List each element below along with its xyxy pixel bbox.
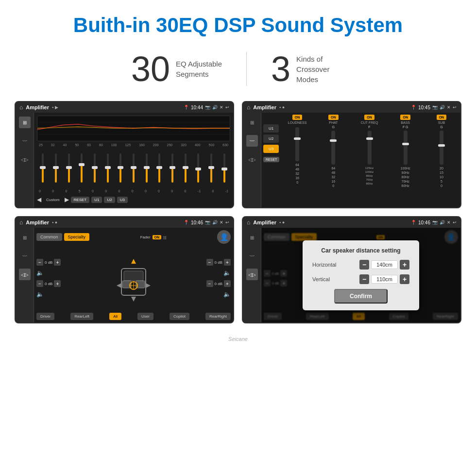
home-icon-4[interactable]: ⌂ — [247, 219, 250, 226]
band-phat-slider[interactable] — [331, 131, 335, 165]
eq-slider-3[interactable] — [76, 149, 88, 187]
eq-slider-7[interactable] — [128, 149, 140, 187]
wave-icon-2[interactable]: 〰 — [246, 135, 258, 147]
user-btn-3[interactable]: User — [137, 313, 153, 320]
eq-icon-1[interactable]: ⊞ — [19, 117, 31, 128]
bottom-left-plus[interactable]: + — [54, 280, 61, 287]
speaker-icon-2[interactable]: ◁▷ — [246, 153, 258, 165]
eq-slider-13[interactable] — [205, 149, 218, 187]
band-loudness-slider[interactable] — [295, 127, 299, 161]
horizontal-plus-btn[interactable]: + — [400, 260, 409, 270]
tab-specialty-3[interactable]: Specialty — [64, 233, 90, 241]
play-icon-1[interactable]: ▪ ▶ — [52, 105, 58, 110]
eq-slider-6[interactable] — [115, 149, 127, 187]
wave-icon-3[interactable]: 〰 — [19, 250, 31, 262]
eq-slider-0[interactable] — [37, 149, 49, 187]
status-bar-2: ⌂ Amplifier ▪ ● 📍 10:45 📷 🔊 ✕ ↩ — [243, 102, 460, 113]
eq-icon-3[interactable]: ⊞ — [19, 232, 31, 243]
eq-slider-4[interactable] — [89, 149, 101, 187]
preset-u1[interactable]: U1 — [263, 124, 279, 133]
eq-u1-btn[interactable]: U1 — [91, 197, 102, 203]
vertical-plus-btn[interactable]: + — [400, 274, 409, 284]
band-sub-slider[interactable] — [440, 131, 443, 165]
top-right-plus[interactable]: + — [224, 259, 231, 266]
close-icon-1[interactable]: ✕ — [220, 105, 223, 110]
back-icon-3[interactable]: ↩ — [225, 220, 229, 225]
rear-right-btn-3[interactable]: RearRight — [205, 313, 231, 320]
band-sub-toggle[interactable]: ON — [437, 115, 447, 120]
screen-distance: ⌂ Amplifier ▪ ● 📍 10:46 📷 🔊 ✕ ↩ ⊞ 〰 ◁▷ — [242, 216, 461, 323]
screen-content-4: ⊞ 〰 ◁▷ Common Specialty ON 👤 — [243, 228, 460, 322]
eq-reset-btn[interactable]: RESET — [71, 197, 90, 203]
location-icon-1: 📍 — [184, 105, 189, 110]
close-icon-3[interactable]: ✕ — [220, 220, 223, 225]
preset-u3[interactable]: U3 — [263, 145, 279, 153]
close-icon-2[interactable]: ✕ — [447, 105, 451, 110]
eq-slider-14[interactable] — [218, 149, 230, 187]
top-right-minus[interactable]: − — [206, 259, 213, 266]
vertical-minus-btn[interactable]: − — [359, 274, 369, 284]
eq-icon-4[interactable]: ⊞ — [246, 232, 258, 243]
avatar-btn-3[interactable]: 👤 — [217, 230, 231, 244]
all-btn-3[interactable]: All — [109, 313, 121, 320]
close-icon-4[interactable]: ✕ — [447, 220, 451, 225]
speaker-icon-3[interactable]: ◁▷ — [19, 269, 31, 280]
stat-crossover-label: Kinds ofCrossover Modes — [296, 54, 345, 84]
bottom-right-plus[interactable]: + — [224, 280, 231, 287]
watermark: Seicane — [0, 333, 476, 347]
home-icon-2[interactable]: ⌂ — [247, 104, 250, 111]
wave-icon-4[interactable]: 〰 — [246, 250, 258, 262]
top-left-minus[interactable]: − — [36, 259, 43, 266]
eq-next-btn[interactable]: ▶ — [65, 196, 69, 203]
driver-btn-3[interactable]: Driver — [36, 313, 54, 320]
copilot-btn-3[interactable]: Copilot — [170, 313, 189, 320]
home-icon-1[interactable]: ⌂ — [19, 104, 23, 111]
eq-slider-8[interactable] — [140, 149, 153, 187]
bottom-right-minus[interactable]: − — [206, 280, 213, 287]
eq-u2-btn[interactable]: U2 — [104, 197, 115, 203]
bottom-left-minus[interactable]: − — [36, 280, 43, 287]
band-bass-toggle[interactable]: ON — [400, 115, 410, 120]
stat-crossover: 3 Kinds ofCrossover Modes — [247, 51, 369, 86]
eq-icon-2[interactable]: ⊞ — [246, 117, 258, 128]
horizontal-minus-btn[interactable]: − — [359, 260, 369, 270]
band-cutfreq-slider[interactable] — [368, 131, 372, 165]
time-1: 10:44 — [191, 105, 203, 110]
speaker-icon-1[interactable]: ◁▷ — [19, 153, 31, 165]
back-icon-4[interactable]: ↩ — [453, 220, 457, 225]
band-preset-col: U1 U2 U3 RESET — [263, 115, 279, 205]
eq-slider-5[interactable] — [102, 149, 114, 187]
band-phat-toggle[interactable]: ON — [328, 115, 339, 120]
band-loudness-toggle[interactable]: ON — [292, 115, 303, 120]
eq-main-1: 25 32 40 50 63 80 100 125 160 200 250 32… — [34, 113, 233, 207]
status-left-4: ⌂ Amplifier ▪ ● — [247, 219, 285, 226]
eq-prev-btn[interactable]: ◀ — [37, 196, 41, 203]
band-bass-slider[interactable] — [404, 131, 408, 165]
back-icon-2[interactable]: ↩ — [453, 105, 457, 110]
band-cutfreq-toggle[interactable]: ON — [364, 115, 374, 120]
band-phat-name: PHAT — [329, 121, 338, 124]
tab-common-3[interactable]: Common — [36, 233, 62, 241]
eq-slider-9[interactable] — [153, 149, 166, 187]
wave-icon-1[interactable]: 〰 — [19, 135, 31, 147]
rear-left-btn-3[interactable]: RearLeft — [70, 313, 93, 320]
left-sidebar-1: ⊞ 〰 ◁▷ — [16, 113, 34, 207]
top-left-plus[interactable]: + — [54, 259, 61, 266]
confirm-button[interactable]: Confirm — [334, 289, 388, 304]
eq-slider-10[interactable] — [167, 149, 179, 187]
home-icon-3[interactable]: ⌂ — [19, 219, 23, 226]
fader-slider-3[interactable]: ||| — [163, 235, 166, 239]
band-loudness: ON LOUDNESS 64 48 32 16 0 — [280, 115, 314, 205]
top-right-val: 0 dB — [215, 260, 222, 265]
preset-u2[interactable]: U2 — [263, 135, 279, 143]
fader-toggle-3[interactable]: ON — [153, 235, 162, 239]
eq-slider-12[interactable] — [192, 149, 204, 187]
eq-slider-11[interactable] — [179, 149, 191, 187]
eq-slider-1[interactable] — [50, 149, 62, 187]
speaker-icon-4[interactable]: ◁▷ — [246, 269, 258, 280]
page-header: Buith-in 30EQ DSP Sound System — [0, 0, 476, 47]
crossover-reset-btn[interactable]: RESET — [263, 157, 279, 162]
eq-slider-2[interactable] — [63, 149, 75, 187]
back-icon-1[interactable]: ↩ — [225, 105, 229, 110]
eq-u3-btn[interactable]: U3 — [117, 197, 128, 203]
